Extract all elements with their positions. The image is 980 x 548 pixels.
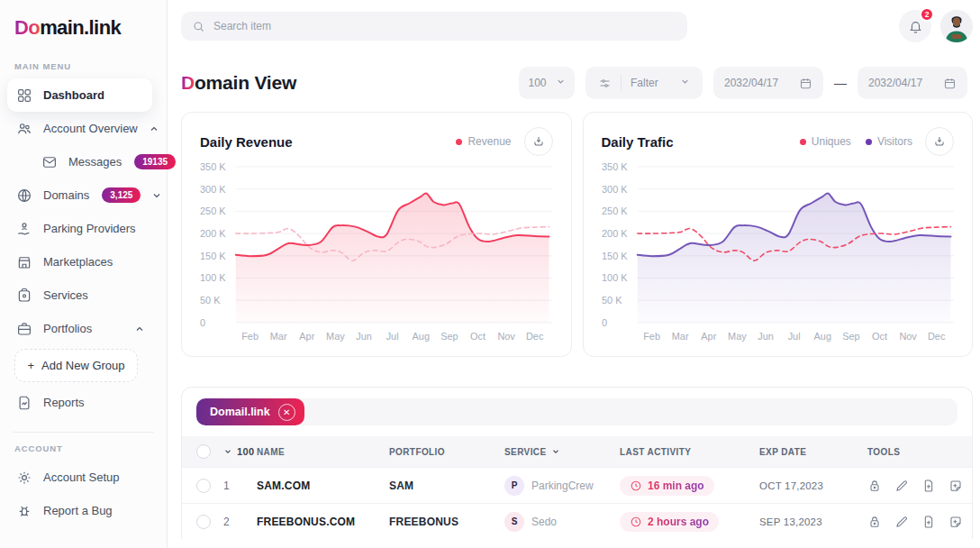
column-header-label: SERVICE — [504, 447, 547, 457]
download-icon — [933, 135, 946, 148]
sidebar-item-portfolios[interactable]: Portfolios — [7, 312, 152, 345]
column-header-service[interactable]: SERVICE — [504, 447, 620, 457]
svg-text:Jul: Jul — [787, 331, 800, 342]
row-count-dropdown[interactable]: 100 — [223, 446, 257, 457]
row-checkbox[interactable] — [196, 515, 211, 529]
row-index: 1 — [223, 480, 257, 492]
chevron-down-icon — [151, 190, 162, 201]
daily-trafic-card: Daily Trafic Uniques Visitors — [583, 112, 974, 357]
clock-icon — [630, 480, 642, 492]
filter-tag-domail-link: Domail.link ✕ — [196, 398, 304, 425]
page-title: Domain View — [181, 72, 296, 94]
svg-text:50 K: 50 K — [602, 295, 622, 306]
sidebar-item-services[interactable]: Services — [7, 279, 152, 312]
add-group-label: Add New Group — [41, 359, 125, 372]
svg-text:Oct: Oct — [871, 331, 886, 342]
column-header-last-activity: LAST ACTIVITY — [620, 447, 759, 457]
sidebar-item-messages[interactable]: Messages 19135 — [7, 145, 152, 178]
sidebar-item-domains[interactable]: Domains 3,125 — [7, 178, 152, 212]
page-size-select[interactable]: 100 — [519, 67, 575, 99]
sidebar-item-marketplaces[interactable]: Marketplaces — [7, 245, 152, 279]
sidebar-item-account-setup[interactable]: Account Setup — [7, 461, 152, 494]
svg-text:Sep: Sep — [842, 331, 859, 342]
filter-tag-label: Domail.link — [210, 406, 270, 418]
legend-label: Revenue — [467, 135, 511, 148]
notifications-button[interactable]: 2 — [899, 10, 931, 42]
service-initial-badge: S — [504, 512, 524, 532]
main-menu-section-label: MAIN MENU — [0, 61, 167, 71]
add-note-icon[interactable] — [948, 479, 963, 493]
row-checkbox[interactable] — [196, 479, 211, 493]
search-bar — [181, 12, 687, 41]
sidebar-item-label: Services — [43, 288, 88, 302]
svg-text:0: 0 — [200, 317, 205, 328]
add-file-icon[interactable] — [921, 479, 936, 493]
daily-revenue-card: Daily Revenue Revenue 350 K300 K250 K200… — [181, 112, 572, 357]
legend-item-uniques[interactable]: Uniques — [800, 135, 851, 148]
sidebar-item-label: Domains — [43, 188, 89, 202]
add-note-icon[interactable] — [948, 515, 963, 529]
svg-text:May: May — [728, 331, 747, 342]
sidebar-item-reports[interactable]: Reports — [7, 386, 152, 419]
legend-item-visitors[interactable]: Visitors — [866, 135, 912, 148]
svg-text:Nov: Nov — [899, 331, 917, 342]
account-section-label: ACCOUNT — [0, 443, 167, 453]
chart-header: Daily Revenue Revenue — [200, 127, 553, 156]
plus-icon: + — [27, 359, 34, 372]
add-file-icon[interactable] — [921, 515, 936, 529]
filter-dropdown[interactable]: Falter — [585, 67, 703, 99]
download-chart-button[interactable] — [925, 127, 954, 156]
lock-icon[interactable] — [867, 515, 882, 529]
svg-text:200 K: 200 K — [200, 228, 226, 239]
date-to-picker[interactable]: 2032/04/17 — [858, 67, 967, 99]
sidebar-item-report-a-bug[interactable]: Report a Bug — [7, 494, 152, 527]
svg-text:100 K: 100 K — [200, 272, 226, 283]
lock-icon[interactable] — [867, 479, 882, 493]
clock-icon — [630, 516, 642, 528]
table-row: 2 FREEBONUS.COM FREEBONUS S Sedo 2 hours… — [182, 503, 972, 539]
add-new-group-button[interactable]: + Add New Group — [14, 349, 138, 382]
svg-text:100 K: 100 K — [602, 272, 628, 283]
sidebar-item-parking-providers[interactable]: Parking Providers — [7, 212, 152, 245]
logo-accent: Do — [14, 16, 40, 39]
chevron-down-icon — [680, 77, 690, 89]
service-initial-badge: P — [504, 476, 524, 496]
sidebar-item-label: Messages — [68, 155, 122, 169]
last-activity-text: 16 min ago — [648, 480, 704, 492]
legend-dot — [456, 139, 462, 145]
parking-provider-icon — [16, 221, 32, 237]
select-all-checkbox[interactable] — [196, 444, 211, 459]
remove-filter-icon[interactable]: ✕ — [278, 404, 295, 421]
date-from-picker[interactable]: 2032/04/17 — [713, 67, 823, 99]
svg-text:Mar: Mar — [671, 331, 688, 342]
daily-revenue-chart: 350 K300 K250 K200 K150 K100 K50 K0FebMa… — [200, 160, 553, 343]
row-count-value: 100 — [237, 446, 255, 457]
app-window: Domain.link MAIN MENU Dashboard Account … — [0, 0, 980, 548]
download-chart-button[interactable] — [524, 127, 553, 156]
sidebar-item-label: Account Setup — [43, 470, 120, 484]
sidebar-item-dashboard[interactable]: Dashboard — [7, 78, 152, 112]
svg-text:150 K: 150 K — [200, 251, 226, 261]
edit-icon[interactable] — [894, 479, 909, 493]
user-avatar[interactable] — [940, 10, 973, 42]
search-input[interactable] — [213, 20, 676, 32]
svg-text:300 K: 300 K — [200, 184, 226, 195]
svg-text:Apr: Apr — [299, 331, 314, 342]
svg-text:Aug: Aug — [413, 331, 430, 342]
legend-item-revenue[interactable]: Revenue — [456, 135, 511, 148]
calendar-icon — [943, 77, 957, 90]
exp-date: OCT 17,2023 — [759, 480, 867, 491]
svg-text:250 K: 250 K — [602, 206, 628, 216]
domains-table-card: Domail.link ✕ 100 NAME PORTFOLIO SERVICE… — [181, 387, 973, 539]
svg-text:Sep: Sep — [440, 331, 458, 342]
sidebar-divider — [13, 432, 154, 433]
chart-legend: Revenue — [456, 135, 511, 148]
legend-label: Visitors — [877, 135, 912, 148]
last-activity-cell: 2 hours ago — [620, 512, 759, 532]
search-icon — [192, 20, 205, 33]
sidebar-item-account-overview[interactable]: Account Overview — [7, 112, 152, 145]
title-accent: D — [181, 72, 195, 93]
svg-text:350 K: 350 K — [200, 161, 226, 172]
edit-icon[interactable] — [894, 515, 909, 529]
title-rest: omain View — [195, 72, 296, 93]
